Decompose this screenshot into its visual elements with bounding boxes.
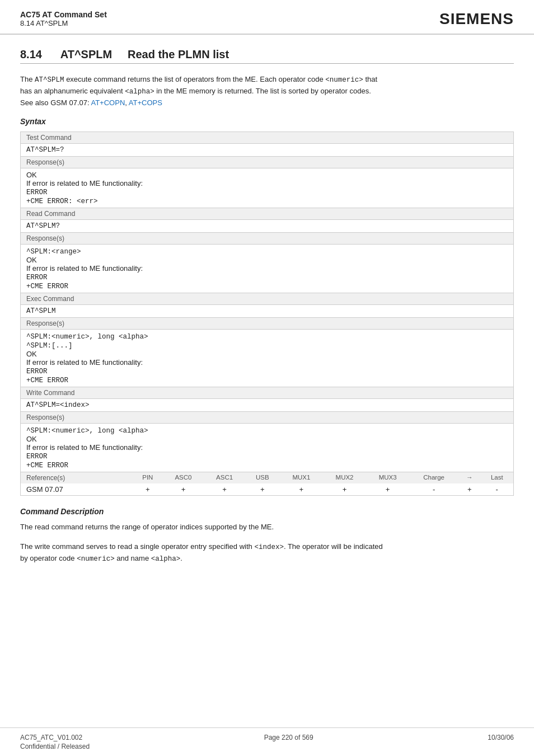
ref-val-arrow: + [458,483,481,495]
footer-left: AC75_ATC_V01.002 Confidential / Released [20,734,90,750]
syntax-heading: Syntax [20,117,514,126]
section-subtitle: Read the PLMN list [128,48,229,60]
write-error: ERROR [26,453,48,461]
intro-line2: has an alphanumeric equivalent [20,87,125,95]
ref-val-last: - [481,483,513,495]
exec-cmd-row: AT^SPLM [21,304,514,317]
test-resp-label: Response(s) [21,156,514,168]
doc-title: AC75 AT Command Set [20,10,107,19]
intro-mid1: execute command returns the list of oper… [64,75,326,83]
link-cops[interactable]: AT+COPS [129,98,162,107]
test-response-content: OK If error is related to ME functionali… [21,168,514,208]
col-header-usb: USB [245,472,280,483]
test-cmd-text: AT^SPLM=? [21,143,514,156]
para3-suffix: . [180,554,182,562]
link-copn[interactable]: AT+COPN [91,98,125,107]
col-header-charge: Charge [409,472,458,483]
exec-cmd-label-row: Exec Command [21,293,514,304]
test-cmd-label-row: Test Command [21,132,514,143]
exec-cmd-text: AT^SPLM [21,304,514,317]
reference-values-row: GSM 07.07 + + + + + + + - + - [21,483,513,495]
test-cme-error: +CME ERROR: <err> [26,198,98,205]
read-resp-row: ^SPLM:<range> OK If error is related to … [21,244,514,293]
ref-val-mux2: + [323,483,366,495]
read-resp-label: Response(s) [21,232,514,244]
test-resp-label-row: Response(s) [21,156,514,168]
page-footer: AC75_ATC_V01.002 Confidential / Released… [0,727,534,756]
section-title: AT^SPLM [60,48,112,60]
write-cme-error: +CME ERROR [26,462,68,469]
ref-val-pin: + [133,483,163,495]
main-content: 8.14 AT^SPLM Read the PLMN list The AT^S… [0,35,534,584]
write-resp-row: ^SPLM:<numeric>, long <alpha> OK If erro… [21,423,514,472]
para3-numeric-code: <numeric> [77,555,115,563]
footer-doc-id: AC75_ATC_V01.002 [20,734,90,741]
para2-index-code: <index> [254,543,284,551]
intro-code2: <numeric> [325,76,363,84]
header-right: SIEMENS [439,10,514,28]
read-cmd-text: AT^SPLM? [21,219,514,232]
intro-code1: AT^SPLM [35,76,64,84]
para3-prefix: by operator code [20,554,77,562]
command-table: Test Command AT^SPLM=? Response(s) OK If… [20,132,514,496]
read-cme-error: +CME ERROR [26,283,68,290]
exec-resp-label-row: Response(s) [21,317,514,329]
test-cmd-row: AT^SPLM=? [21,143,514,156]
ref-val-asc0: + [163,483,204,495]
intro-prefix: The [20,75,35,83]
exec-resp-splm1: ^SPLM:<numeric>, long <alpha> [26,333,148,341]
col-header-mux1: MUX1 [280,472,323,483]
footer-center: Page 220 of 569 [264,734,313,750]
doc-subtitle: 8.14 AT^SPLM [20,19,107,27]
read-resp-label-row: Response(s) [21,232,514,244]
exec-resp-label: Response(s) [21,317,514,329]
exec-resp-splm2: ^SPLM:[...] [26,342,73,350]
ref-val-usb: + [245,483,280,495]
exec-response-content: ^SPLM:<numeric>, long <alpha> ^SPLM:[...… [21,329,514,387]
cmd-desc-para1: The read command returns the range of op… [20,522,514,533]
read-cmd-row: AT^SPLM? [21,219,514,232]
read-cmd-label-row: Read Command [21,208,514,219]
write-response-content: ^SPLM:<numeric>, long <alpha> OK If erro… [21,423,514,472]
footer-page: Page 220 of 569 [264,734,313,741]
cmd-desc-heading: Command Description [20,507,514,516]
col-header-asc0: ASC0 [163,472,204,483]
read-response-content: ^SPLM:<range> OK If error is related to … [21,244,514,293]
col-header-last: Last [481,472,513,483]
write-cmd-label-row: Write Command [21,387,514,398]
exec-cmd-label: Exec Command [21,293,514,304]
footer-right: 10/30/06 [488,734,514,750]
write-resp-label-row: Response(s) [21,411,514,423]
ref-col-label: Reference(s) [21,472,133,483]
section-number: 8.14 [20,48,42,60]
para2-mid: . The operator will be indicated [284,542,383,551]
footer-date: 10/30/06 [488,734,514,741]
read-cmd-label: Read Command [21,208,514,219]
exec-error: ERROR [26,368,48,375]
test-resp-row: OK If error is related to ME functionali… [21,168,514,208]
intro-mid1b: that [363,75,377,83]
col-header-pin: PIN [133,472,163,483]
footer-confidential: Confidential / Released [20,743,90,750]
page-header: AC75 AT Command Set 8.14 AT^SPLM SIEMENS [0,0,534,35]
ref-val-mux1: + [280,483,323,495]
ref-val-mux3: + [366,483,409,495]
section-heading: 8.14 AT^SPLM Read the PLMN list [20,48,514,64]
intro-alpha-code: <alpha> [125,88,154,96]
col-header-arrow: → [458,472,481,483]
reference-header-row: Reference(s) PIN ASC0 ASC1 USB MUX1 MUX2… [21,472,514,495]
reference-inner-table: Reference(s) PIN ASC0 ASC1 USB MUX1 MUX2… [21,472,513,495]
brand-name: SIEMENS [439,10,514,28]
test-cmd-label: Test Command [21,132,514,143]
intro-line3: See also GSM 07.07: [20,98,91,107]
col-header-mux2: MUX2 [323,472,366,483]
header-left: AC75 AT Command Set 8.14 AT^SPLM [20,10,107,27]
ref-name: GSM 07.07 [21,483,133,495]
intro-paragraph: The AT^SPLM execute command returns the … [20,74,514,109]
write-resp-label: Response(s) [21,411,514,423]
intro-line2-mid: in the ME memory is returned. The list i… [154,87,371,95]
write-cmd-label: Write Command [21,387,514,398]
write-resp-splm: ^SPLM:<numeric>, long <alpha> [26,427,148,435]
para3-mid: and name [115,554,151,562]
read-error: ERROR [26,274,48,281]
